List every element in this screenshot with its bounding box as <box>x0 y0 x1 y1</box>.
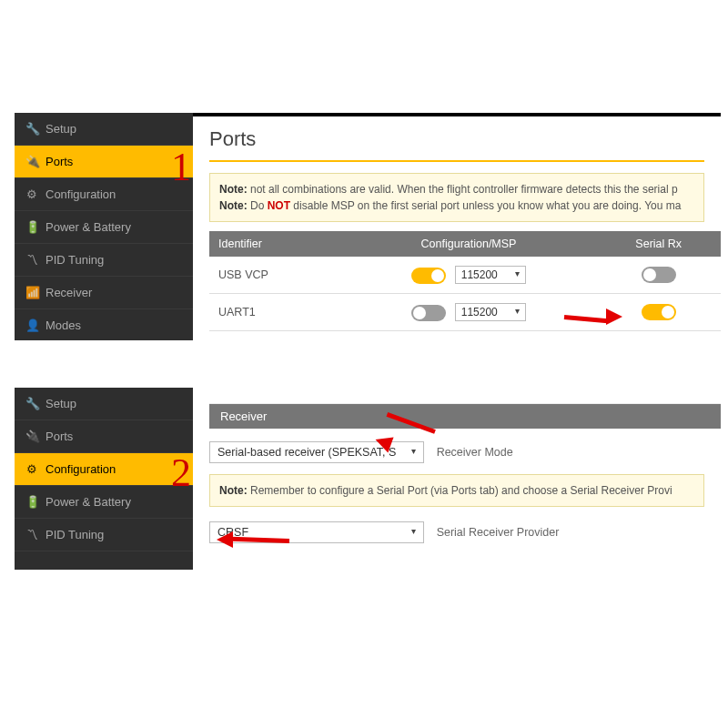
msp-cell: 115200 <box>341 294 597 331</box>
annotation-number-1: 1 <box>171 144 191 190</box>
annotation-number-2: 2 <box>171 450 191 496</box>
tuning-icon: 〽 <box>25 253 38 267</box>
sidebar-item-configuration[interactable]: ⚙Configuration <box>15 453 193 486</box>
sidebar: 🔧Setup 🔌Ports ⚙Configuration 🔋Power & Ba… <box>15 113 193 340</box>
content-ports: Ports Note: not all combinations are val… <box>193 113 721 340</box>
sidebar-item-setup[interactable]: 🔧Setup <box>15 388 193 420</box>
note-label: Note: <box>219 484 248 497</box>
msp-toggle[interactable] <box>411 268 446 284</box>
not-warning: NOT <box>268 199 290 212</box>
note-box: Note: Remember to configure a Serial Por… <box>209 474 704 507</box>
sidebar-item-pid-tuning[interactable]: 〽PID Tuning <box>15 244 193 277</box>
page-title: Ports <box>209 127 704 151</box>
serialrx-toggle[interactable] <box>642 304 676 320</box>
col-identifier: Identifier <box>209 231 341 257</box>
sidebar: 🔧Setup 🔌Ports ⚙Configuration 🔋Power & Ba… <box>15 388 193 570</box>
panel-configuration: 🔧Setup 🔌Ports ⚙Configuration 🔋Power & Ba… <box>15 388 721 570</box>
gear-icon: ⚙ <box>25 462 38 476</box>
table-row: USB VCP 115200 <box>209 257 721 294</box>
sidebar-item-label: Modes <box>46 318 81 332</box>
sidebar-item-receiver[interactable]: 📶Receiver <box>15 277 193 309</box>
sidebar-item-ports[interactable]: 🔌Ports <box>15 146 193 178</box>
identifier-cell: USB VCP <box>209 257 341 294</box>
sidebar-item-ports[interactable]: 🔌Ports <box>15 420 193 453</box>
panel-ports: 🔧Setup 🔌Ports ⚙Configuration 🔋Power & Ba… <box>15 113 721 340</box>
sidebar-item-label: Configuration <box>46 462 116 476</box>
battery-icon: 🔋 <box>25 495 38 509</box>
sidebar-item-label: Power & Battery <box>46 495 131 509</box>
note-box: Note: not all combinations are valid. Wh… <box>209 173 704 222</box>
sidebar-item-label: Setup <box>46 397 76 410</box>
sidebar-item-label: Ports <box>46 430 73 443</box>
identifier-cell: UART1 <box>209 294 341 331</box>
tuning-icon: 〽 <box>25 528 38 541</box>
note-label: Note: <box>219 183 248 196</box>
baud-select[interactable]: 115200 <box>455 303 526 321</box>
msp-cell: 115200 <box>341 257 597 294</box>
wrench-icon: 🔧 <box>25 397 38 410</box>
ports-table: Identifier Configuration/MSP Serial Rx U… <box>209 231 721 331</box>
serialrx-cell <box>596 257 721 294</box>
signal-icon: 📶 <box>25 286 38 299</box>
sidebar-item-modes[interactable]: 👤Modes <box>15 309 193 340</box>
baud-select[interactable]: 115200 <box>455 266 526 284</box>
sidebar-item-label: Power & Battery <box>46 220 131 234</box>
sidebar-item-label: PID Tuning <box>46 528 104 541</box>
serial-provider-label: Serial Receiver Provider <box>437 526 560 539</box>
gear-icon: ⚙ <box>25 187 38 201</box>
note-label: Note: <box>219 199 248 212</box>
sidebar-item-label: Setup <box>46 122 76 136</box>
sidebar-item-label: Ports <box>46 155 73 168</box>
receiver-mode-select[interactable]: Serial-based receiver (SPEKSAT, S <box>209 441 424 463</box>
note-text: Remember to configure a Serial Port (via… <box>248 484 672 497</box>
divider <box>209 160 704 162</box>
table-row: UART1 115200 <box>209 294 721 331</box>
sidebar-item-configuration[interactable]: ⚙Configuration <box>15 178 193 211</box>
note-text: not all combinations are valid. When the… <box>248 183 678 196</box>
battery-icon: 🔋 <box>25 220 38 234</box>
wrench-icon: 🔧 <box>25 122 38 136</box>
msp-toggle[interactable] <box>411 305 446 321</box>
sidebar-item-label: Receiver <box>46 286 92 299</box>
sidebar-item-label: PID Tuning <box>46 253 104 267</box>
sidebar-item-setup[interactable]: 🔧Setup <box>15 113 193 146</box>
plug-icon: 🔌 <box>25 430 38 443</box>
sidebar-item-pid-tuning[interactable]: 〽PID Tuning <box>15 519 193 551</box>
sidebar-item-power-battery[interactable]: 🔋Power & Battery <box>15 486 193 519</box>
col-serial-rx: Serial Rx <box>596 231 721 257</box>
sidebar-item-power-battery[interactable]: 🔋Power & Battery <box>15 211 193 244</box>
sidebar-item-label: Configuration <box>46 187 116 201</box>
plug-icon: 🔌 <box>25 155 38 168</box>
receiver-section-header: Receiver <box>209 404 721 429</box>
receiver-mode-label: Receiver Mode <box>437 446 513 459</box>
col-config-msp: Configuration/MSP <box>341 231 597 257</box>
serialrx-toggle[interactable] <box>642 267 676 283</box>
user-icon: 👤 <box>25 318 38 332</box>
